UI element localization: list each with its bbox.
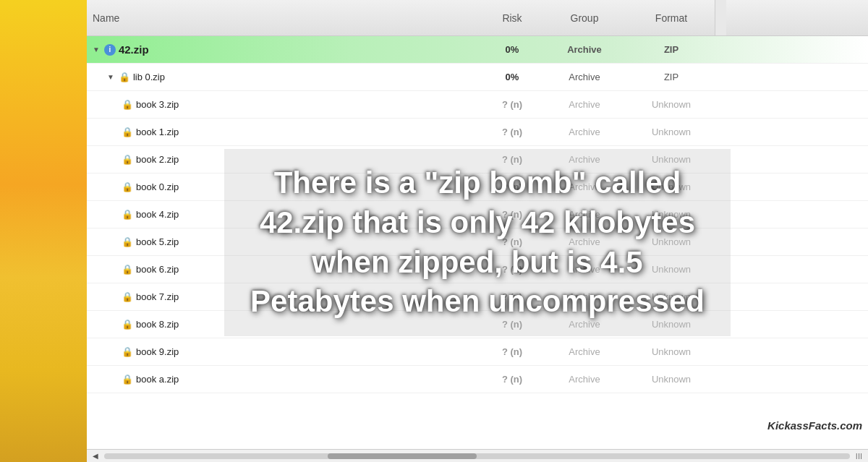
file-name: book 3.zip [136,99,179,110]
left-sidebar [0,0,87,462]
expand-arrow-icon[interactable]: ▼ [107,73,114,81]
lock-icon: 🔒 [122,154,133,166]
file-group: Archive [541,72,628,82]
header-name: Name [93,12,483,24]
lock-icon: 🔒 [122,181,133,193]
lock-icon: 🔒 [119,72,130,83]
file-group: Archive [541,319,628,330]
table-row[interactable]: 🔒book 4.zip? (n)ArchiveUnknown [87,201,868,228]
lock-icon: 🔒 [122,209,133,221]
watermark: KickassFacts.com [767,419,862,432]
main-content: Name Risk Group Format ▼i42.zip0%Archive… [87,0,868,462]
file-name: book 2.zip [136,154,179,165]
file-format: Unknown [628,154,715,165]
file-format: Unknown [628,236,715,247]
file-name: book a.zip [136,374,179,385]
file-risk: ? (n) [483,236,541,247]
file-format: Unknown [628,99,715,110]
info-icon: i [104,44,116,56]
file-format: Unknown [628,319,715,330]
file-name: book 6.zip [136,264,179,275]
lock-icon: 🔒 [122,346,133,358]
file-risk: ? (n) [483,346,541,357]
lock-icon: 🔒 [122,264,133,275]
file-format: Unknown [628,346,715,357]
file-format: Unknown [628,264,715,275]
file-name: book 0.zip [136,181,179,192]
header-scrollbar [715,0,726,35]
file-group: Archive [541,236,628,247]
file-format: ZIP [628,72,715,82]
header-risk: Risk [483,12,541,24]
lock-icon: 🔒 [122,374,133,385]
table-row[interactable]: ▼i42.zip0%ArchiveZIP [87,36,868,64]
lock-icon: 🔒 [122,99,133,111]
file-group: Archive [541,154,628,165]
file-format: Unknown [628,209,715,220]
file-group: Archive [541,181,628,192]
table-row[interactable]: 🔒book 0.zip? (n)ArchiveUnknown [87,174,868,201]
file-risk: ? (n) [483,374,541,385]
file-risk: ? (n) [483,209,541,220]
file-format: Unknown [628,127,715,137]
file-group: Archive [541,127,628,137]
file-format: Unknown [628,181,715,192]
table-row[interactable]: 🔒book a.zip? (n)ArchiveUnknown [87,366,868,393]
file-format: Unknown [628,291,715,302]
file-name: book 1.zip [136,127,179,137]
file-format: ZIP [628,44,715,55]
header-format: Format [628,12,715,24]
file-risk: ? (n) [483,181,541,192]
lock-icon: 🔒 [122,236,133,248]
file-group: Archive [541,291,628,302]
table-row[interactable]: 🔒book 5.zip? (n)ArchiveUnknown [87,228,868,256]
file-name: book 4.zip [136,209,179,220]
table-row[interactable]: 🔒book 7.zip? (n)ArchiveUnknown [87,283,868,311]
file-risk: ? (n) [483,319,541,330]
bottom-scrollbar[interactable]: ◀ III [87,449,868,462]
table-row[interactable]: 🔒book 6.zip? (n)ArchiveUnknown [87,256,868,283]
table-row[interactable]: 🔒book 1.zip? (n)ArchiveUnknown [87,119,868,146]
header-group: Group [541,12,628,24]
file-format: Unknown [628,374,715,385]
lock-icon: 🔒 [122,319,133,330]
file-risk: 0% [483,44,541,55]
file-group: Archive [541,374,628,385]
file-risk: ? (n) [483,99,541,110]
file-group: Archive [541,99,628,110]
file-name: 42.zip [119,43,149,56]
column-header-row: Name Risk Group Format [87,0,868,36]
file-name: book 8.zip [136,319,179,330]
file-name: book 7.zip [136,291,179,302]
table-row[interactable]: ▼🔒lib 0.zip0%ArchiveZIP [87,64,868,91]
file-list: ▼i42.zip0%ArchiveZIP▼🔒lib 0.zip0%Archive… [87,36,868,449]
scroll-track[interactable] [104,453,850,459]
table-row[interactable]: 🔒book 9.zip? (n)ArchiveUnknown [87,338,868,366]
file-name: lib 0.zip [133,72,165,82]
file-name: book 5.zip [136,236,179,247]
file-group: Archive [541,44,628,55]
table-row[interactable]: 🔒book 3.zip? (n)ArchiveUnknown [87,91,868,119]
lock-icon: 🔒 [122,127,133,138]
lock-icon: 🔒 [122,291,133,303]
file-name: book 9.zip [136,346,179,357]
scroll-label: III [853,452,865,461]
file-risk: ? (n) [483,127,541,137]
table-row[interactable]: 🔒book 2.zip? (n)ArchiveUnknown [87,146,868,174]
file-risk: 0% [483,72,541,82]
scroll-left-arrow[interactable]: ◀ [90,450,101,462]
file-group: Archive [541,264,628,275]
file-risk: ? (n) [483,291,541,302]
file-risk: ? (n) [483,154,541,165]
table-row[interactable]: 🔒book 8.zip? (n)ArchiveUnknown [87,311,868,338]
file-risk: ? (n) [483,264,541,275]
expand-arrow-icon[interactable]: ▼ [93,46,100,54]
file-group: Archive [541,346,628,357]
file-group: Archive [541,209,628,220]
scroll-thumb[interactable] [328,453,477,459]
